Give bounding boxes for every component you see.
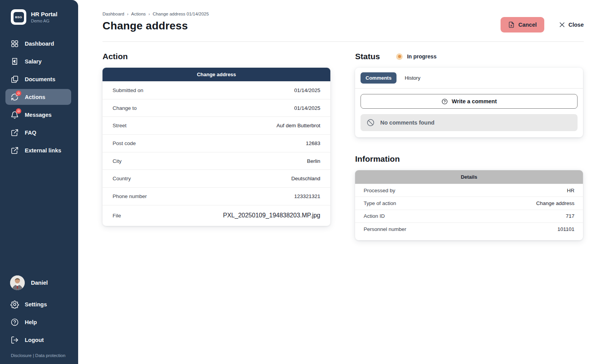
row-label: Change to: [113, 105, 137, 111]
sidebar-item-help[interactable]: Help: [5, 314, 71, 330]
row-value: 717: [566, 213, 574, 219]
cancel-button[interactable]: Cancel: [501, 17, 544, 32]
sidebar-item-external-links[interactable]: External links: [5, 142, 71, 158]
information-section: Information Details Processed by HR Type…: [355, 154, 583, 240]
external-link-icon: [10, 146, 19, 155]
gear-icon: [10, 300, 19, 309]
breadcrumb: Dashboard › Actions › Change address 01/…: [103, 12, 584, 16]
action-table-header: Change address: [103, 68, 330, 81]
comments-card: Comments History Write a comment No comm…: [355, 68, 583, 137]
breadcrumb-actions[interactable]: Actions: [131, 12, 146, 16]
row-label: City: [113, 158, 121, 164]
write-comment-button[interactable]: Write a comment: [361, 94, 578, 109]
table-row: Action ID 717: [355, 210, 583, 222]
write-comment-label: Write a comment: [452, 98, 497, 104]
app-title: HR Portal: [31, 11, 57, 18]
main-content: Dashboard › Actions › Change address 01/…: [78, 0, 605, 364]
bell-icon: [10, 110, 19, 119]
sidebar-item-label: Documents: [25, 76, 55, 82]
sidebar-item-documents[interactable]: Documents: [5, 71, 71, 87]
details-table-header: Details: [355, 170, 583, 184]
row-value: 123321321: [294, 193, 320, 199]
status-text: In progress: [407, 53, 436, 60]
footer-separator: |: [33, 353, 34, 358]
data-protection-link[interactable]: Data protection: [35, 353, 65, 358]
row-value: 01/14/2025: [294, 87, 320, 93]
sidebar-nav: Dashboard Salary Documents Actions: [0, 36, 78, 158]
ban-icon: [366, 118, 375, 127]
sidebar-item-dashboard[interactable]: Dashboard: [5, 36, 71, 51]
header-actions: Cancel Close: [501, 17, 584, 32]
close-button[interactable]: Close: [559, 22, 584, 28]
sidebar-bottom: Daniel Settings Help Logout: [0, 272, 78, 364]
status-section: Status In progress Comments History Writ…: [355, 52, 583, 240]
sidebar-item-salary[interactable]: Salary: [5, 53, 71, 69]
user-name: Daniel: [31, 280, 48, 286]
status-badge: In progress: [396, 53, 436, 60]
table-row: Type of action Change address: [355, 197, 583, 209]
row-value: Change address: [536, 200, 574, 206]
org-name: Demo AG: [31, 19, 57, 23]
row-value: HR: [567, 188, 575, 193]
row-label: File: [113, 213, 121, 219]
page-header: Dashboard › Actions › Change address 01/…: [103, 12, 584, 32]
sidebar-item-label: Salary: [25, 58, 42, 65]
disclosure-link[interactable]: Disclosure: [11, 353, 32, 358]
company-logo: BSG: [11, 9, 26, 25]
user-menu[interactable]: Daniel: [5, 272, 71, 293]
receipt-euro-icon: [10, 57, 19, 66]
notification-badge: [16, 91, 21, 96]
sidebar-item-logout[interactable]: Logout: [5, 332, 71, 348]
file-link[interactable]: PXL_20250109_194838203.MP.jpg: [223, 212, 321, 219]
row-label: Action ID: [364, 213, 385, 219]
sidebar-item-actions[interactable]: Actions: [5, 89, 71, 105]
action-heading: Action: [103, 52, 330, 61]
sidebar-item-label: Dashboard: [25, 41, 54, 47]
details-table: Details Processed by HR Type of action C…: [355, 170, 583, 240]
tabs-row: Comments History: [355, 68, 583, 89]
notification-badge: [16, 108, 21, 114]
row-label: Type of action: [364, 200, 396, 206]
breadcrumb-dashboard[interactable]: Dashboard: [103, 12, 124, 16]
sync-icon: [10, 92, 19, 101]
legal-footer: Disclosure | Data protection: [0, 348, 78, 364]
row-label: Phone number: [113, 193, 147, 199]
sidebar-item-label: Messages: [25, 112, 51, 118]
brand: BSG HR Portal Demo AG: [0, 0, 78, 29]
row-value: Deutschland: [291, 176, 320, 181]
sidebar-item-settings[interactable]: Settings: [5, 296, 71, 312]
row-value: 12683: [306, 140, 320, 146]
close-button-label: Close: [569, 22, 584, 28]
table-row: File PXL_20250109_194838203.MP.jpg: [103, 205, 330, 226]
no-comments-text: No comments found: [380, 120, 434, 126]
cancel-button-label: Cancel: [518, 22, 537, 28]
sidebar: BSG HR Portal Demo AG Dashboard Salary D…: [0, 0, 78, 364]
sidebar-item-label: Logout: [25, 337, 44, 343]
company-logo-text: BSG: [14, 12, 24, 22]
breadcrumb-separator: ›: [149, 12, 150, 16]
table-row: Processed by HR: [355, 184, 583, 197]
table-row: Submitted on 01/14/2025: [103, 81, 330, 99]
row-value: Auf dem Butterbrot: [277, 123, 320, 128]
breadcrumb-current[interactable]: Change address 01/14/2025: [153, 12, 209, 16]
tab-history[interactable]: History: [400, 72, 425, 84]
row-label: Processed by: [364, 188, 395, 193]
sidebar-item-messages[interactable]: Messages: [5, 107, 71, 123]
breadcrumb-separator: ›: [127, 12, 128, 16]
table-row: Street Auf dem Butterbrot: [103, 116, 330, 134]
row-value: 01/14/2025: [294, 105, 320, 111]
sidebar-item-label: FAQ: [25, 130, 36, 136]
table-row: Change to 01/14/2025: [103, 99, 330, 117]
sidebar-item-label: Help: [25, 319, 37, 325]
row-label: Street: [113, 123, 126, 128]
status-heading: Status: [355, 52, 380, 61]
action-table: Change address Submitted on 01/14/2025 C…: [103, 68, 330, 226]
row-label: Submitted on: [113, 87, 144, 93]
external-link-icon: [10, 128, 19, 137]
tab-comments[interactable]: Comments: [361, 72, 396, 84]
question-circle-icon: [10, 318, 19, 326]
table-row: City Berlin: [103, 152, 330, 170]
sidebar-item-faq[interactable]: FAQ: [5, 125, 71, 140]
no-comments-message: No comments found: [361, 114, 578, 131]
information-heading: Information: [355, 154, 583, 164]
